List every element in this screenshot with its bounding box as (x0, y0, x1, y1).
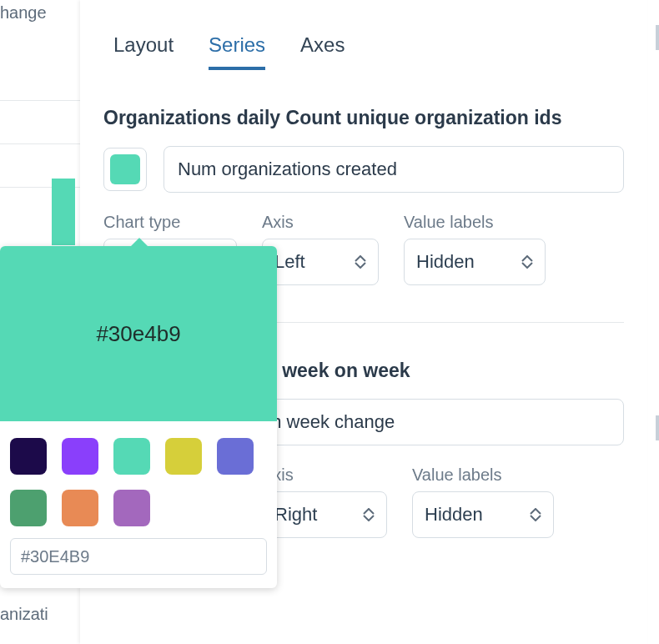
axis-select[interactable]: Right (262, 491, 387, 538)
color-option-3[interactable] (165, 438, 202, 475)
color-option-7[interactable] (113, 490, 150, 526)
chart-type-label: Chart type (103, 213, 237, 232)
color-preview-hex: #30e4b9 (96, 321, 180, 347)
axis-label: Axis (262, 213, 379, 232)
axis-label: Axis (262, 465, 387, 485)
select-caret-icon (530, 508, 541, 521)
axis-select[interactable]: Left (262, 239, 379, 285)
color-option-1[interactable] (62, 438, 98, 475)
value-labels-label: Value labels (412, 465, 554, 485)
bg-cropped-text-top: hange (0, 0, 47, 26)
select-caret-icon (363, 508, 375, 521)
color-hex-input[interactable] (10, 538, 267, 575)
series-title: Organizations daily Count unique organiz… (103, 105, 624, 131)
tab-layout[interactable]: Layout (113, 33, 174, 70)
color-option-2[interactable] (113, 438, 150, 475)
color-swatch-grid (0, 421, 277, 531)
bg-cropped-text-bottom: anizati (0, 605, 48, 624)
tab-series[interactable]: Series (209, 33, 265, 70)
series-name-input[interactable] (163, 146, 624, 193)
color-option-5[interactable] (10, 490, 47, 526)
value-labels-select[interactable]: Hidden (412, 491, 554, 538)
axis-value: Right (274, 504, 317, 526)
select-caret-icon (521, 255, 533, 269)
series-color-button[interactable] (103, 148, 147, 191)
select-caret-icon (355, 255, 366, 269)
axis-value: Left (274, 251, 305, 273)
color-swatch (110, 154, 140, 184)
tab-axes[interactable]: Axes (300, 33, 345, 70)
value-labels-select[interactable]: Hidden (404, 239, 546, 285)
right-rail (652, 0, 659, 644)
color-option-4[interactable] (217, 438, 254, 475)
color-option-0[interactable] (10, 438, 47, 475)
bg-chart-bar (52, 179, 75, 245)
color-option-6[interactable] (62, 490, 98, 526)
color-picker-popover: #30e4b9 (0, 246, 277, 588)
tabs: Layout Series Axes (103, 0, 624, 70)
value-labels-value: Hidden (416, 251, 475, 273)
value-labels-label: Value labels (404, 213, 546, 232)
value-labels-value: Hidden (425, 504, 483, 526)
color-preview: #30e4b9 (0, 246, 277, 421)
